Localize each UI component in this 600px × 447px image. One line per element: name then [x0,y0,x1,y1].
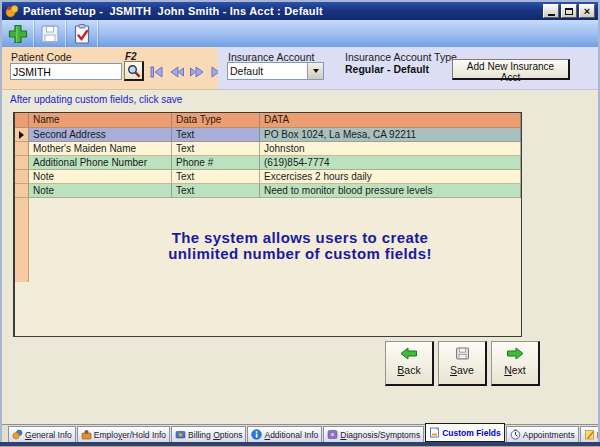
insurance-panel: Insurance Account Default Insurance Acco… [218,47,598,90]
arrow-right-icon [506,347,524,360]
first-record-icon [149,66,165,78]
selector-header-cell [15,113,29,128]
cell-data-type: Text [172,142,260,156]
floppy-icon [39,23,61,45]
cell-data: Excercises 2 hours daily [260,170,521,184]
minimize-button[interactable] [543,4,559,18]
tab-diagnosis-symptoms[interactable]: Diagnosis/Symptoms [323,426,424,442]
tab-custom-fields[interactable]: Custom Fields [425,423,505,442]
cell-name: Note [29,184,172,198]
patient-code-panel: Patient Code F2 [2,47,218,90]
floppy-icon [455,347,470,360]
tab-general-info[interactable]: General Info [8,426,76,442]
table-row[interactable]: Additional Phone Number Phone # (619)854… [15,156,521,170]
table-row[interactable]: Note Text Need to monitor blood pressure… [15,184,521,198]
save-button-toolbar[interactable] [34,20,66,47]
employer-icon [81,429,92,440]
insurance-account-select[interactable]: Default [227,62,324,80]
maximize-button[interactable] [561,4,577,18]
back-button[interactable]: Back [385,341,434,386]
tab-patient-notes[interactable]: Patient Notes [580,426,600,442]
patient-code-label: Patient Code [11,51,72,63]
cell-data: Need to monitor blood pressure levels [260,184,521,198]
tab-label: Additional Info [264,430,318,440]
tab-additional-info[interactable]: Additional Info [247,426,322,442]
add-patient-button[interactable] [2,20,34,47]
status-message: After updating custom fields, click save [10,94,182,105]
cell-name: Mother's Maiden Name [29,142,172,156]
tab-label: Diagnosis/Symptoms [340,430,420,440]
tab-bar: General Info Employer/Hold Info Billing … [2,424,598,442]
insurance-account-value: Default [228,63,307,79]
next-record-button[interactable] [189,66,205,78]
grid-header-row: Name Data Type DATA [15,113,521,128]
toolbar [2,20,598,47]
next-record-icon [189,66,205,78]
row-selector[interactable] [15,142,29,156]
minimize-icon [548,14,555,16]
people-icon [12,429,23,440]
patient-setup-window: Patient Setup - JSMITH John Smith - Ins … [0,0,600,447]
save-button[interactable]: Save [438,341,487,386]
diagnosis-icon [327,429,338,440]
billing-icon [175,429,186,440]
cell-name: Note [29,170,172,184]
column-header-name[interactable]: Name [29,113,172,128]
patient-search-button[interactable] [124,61,144,81]
row-selector[interactable] [15,170,29,184]
custom-fields-icon [429,427,440,438]
column-header-data[interactable]: DATA [260,113,521,128]
cell-data: PO Box 1024, La Mesa, CA 92211 [260,128,521,142]
row-selector[interactable] [15,184,29,198]
cell-data-type: Text [172,170,260,184]
notes-pencil-icon [584,429,595,440]
add-new-insurance-acct-button[interactable]: Add New Insurance Acct [452,59,570,80]
cell-data-type: Phone # [172,156,260,170]
combo-dropdown-button[interactable] [307,63,323,79]
next-button[interactable]: Next [491,341,540,386]
table-row[interactable]: Note Text Excercises 2 hours daily [15,170,521,184]
message-line-1: The system allows users to create [82,230,518,246]
tab-label: Appointments [523,430,575,440]
column-header-data-type[interactable]: Data Type [172,113,260,128]
row-selector[interactable] [15,156,29,170]
window-title: Patient Setup - JSMITH John Smith - Ins … [23,5,543,17]
tab-billing-options[interactable]: Billing Options [171,426,246,442]
cell-data: Johnston [260,142,521,156]
cell-name: Second Address [29,128,172,142]
title-bar[interactable]: Patient Setup - JSMITH John Smith - Ins … [2,2,598,20]
plus-icon [7,23,29,45]
close-icon: × [584,6,590,17]
back-button-label: Back [397,364,420,376]
insurance-account-type-label: Insurance Account Type [345,51,457,63]
first-record-button[interactable] [149,66,165,78]
clock-icon [510,429,521,440]
previous-record-button[interactable] [169,66,185,78]
info-icon [251,429,262,440]
tab-appointments[interactable]: Appointments [506,426,579,442]
message-line-2: unlimited number of custom fields! [82,246,518,262]
arrow-left-icon [400,347,418,360]
cell-name: Additional Phone Number [29,156,172,170]
insurance-account-type-value: Regular - Default [345,63,429,75]
cell-data: (619)854-7774 [260,156,521,170]
tab-label: Employer/Hold Info [94,430,166,440]
previous-record-icon [169,66,185,78]
maximize-icon [565,8,573,15]
search-icon [127,64,141,78]
window-controls: × [543,4,595,18]
tab-label: Billing Options [188,430,242,440]
table-row[interactable]: Mother's Maiden Name Text Johnston [15,142,521,156]
tab-label: Custom Fields [442,428,501,438]
app-icon [5,4,19,18]
patient-code-input[interactable] [10,63,122,80]
tab-label: General Info [25,430,72,440]
verify-button[interactable] [66,20,98,47]
row-selector[interactable] [15,128,29,142]
cell-data-type: Text [172,128,260,142]
current-row-indicator-icon [19,131,24,139]
tab-employer-hold-info[interactable]: Employer/Hold Info [77,426,170,442]
table-row[interactable]: Second Address Text PO Box 1024, La Mesa… [15,128,521,142]
selector-column-tail [15,198,29,282]
close-button[interactable]: × [579,4,595,18]
